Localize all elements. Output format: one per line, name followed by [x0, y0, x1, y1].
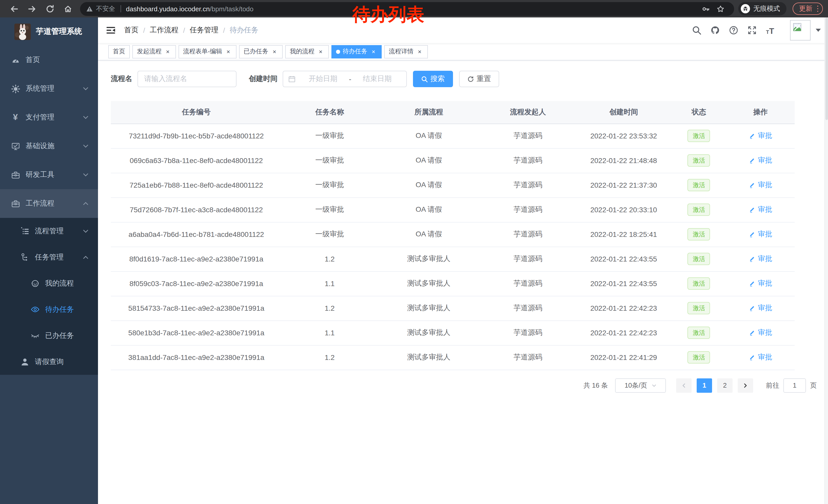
omnibox-divider	[120, 5, 121, 12]
tab-label: 发起流程	[137, 47, 162, 56]
reset-button[interactable]: 重置	[459, 71, 499, 87]
close-icon[interactable]: ×	[271, 48, 278, 55]
update-button[interactable]: 更新	[792, 3, 823, 15]
sidebar-item-task-mgmt[interactable]: 任务管理	[0, 244, 98, 270]
tab-process-detail[interactable]: 流程详情×	[384, 45, 428, 58]
sidebar-item-label: 基础设施	[26, 141, 54, 151]
approve-link[interactable]: 审批	[749, 303, 772, 313]
approve-link[interactable]: 审批	[749, 205, 772, 214]
bookmark-star-icon[interactable]	[716, 5, 724, 12]
password-key-icon[interactable]	[702, 5, 709, 12]
page-button-2[interactable]: 2	[717, 378, 733, 393]
status-badge: 激活	[688, 302, 710, 314]
sidebar-item-label: 首页	[26, 55, 40, 64]
sidebar-item-infra[interactable]: 基础设施	[0, 132, 98, 161]
forward-icon[interactable]	[28, 4, 36, 13]
tab-done-task[interactable]: 已办任务×	[239, 45, 283, 58]
cell-task-id: a6aba0a4-7b6d-11ec-b781-acde48001122	[111, 222, 282, 246]
table-row: 069c6a63-7b8a-11ec-8ef0-acde48001122一级审批…	[111, 148, 795, 173]
approve-link[interactable]: 审批	[749, 353, 772, 362]
search-button[interactable]: 搜索	[413, 71, 453, 87]
font-size-icon[interactable]: TT	[766, 26, 774, 35]
approve-link[interactable]: 审批	[749, 254, 772, 263]
range-separator: -	[347, 75, 353, 83]
hamburger-icon[interactable]	[98, 17, 124, 43]
sidebar-item-workflow[interactable]: 工作流程	[0, 189, 98, 218]
approve-link[interactable]: 审批	[749, 131, 772, 140]
dashboard-icon	[11, 55, 20, 64]
security-label[interactable]: 不安全	[96, 4, 115, 13]
date-range-input[interactable]: 开始日期 - 结束日期	[283, 71, 407, 87]
url-text[interactable]: dashboard.yudao.iocoder.cn/bpm/task/todo	[126, 5, 253, 12]
status-badge: 激活	[688, 277, 710, 290]
home-icon[interactable]	[64, 4, 72, 13]
fullscreen-icon[interactable]	[747, 26, 757, 35]
avatar[interactable]	[790, 20, 811, 41]
goto-page-input[interactable]	[783, 378, 806, 393]
sidebar-item-done-task[interactable]: 已办任务	[0, 322, 98, 349]
page-button-1[interactable]: 1	[697, 378, 712, 393]
approve-link[interactable]: 审批	[749, 180, 772, 189]
sidebar-item-home[interactable]: 首页	[0, 46, 98, 74]
close-icon[interactable]: ×	[416, 48, 423, 55]
next-page-button[interactable]	[738, 378, 753, 393]
edit-pen-icon	[749, 329, 758, 336]
close-icon[interactable]: ×	[370, 48, 377, 55]
status-badge: 激活	[688, 228, 710, 240]
reload-icon[interactable]	[46, 4, 54, 13]
cell-status: 激活	[671, 173, 726, 197]
tab-my-process[interactable]: 我的流程×	[285, 45, 329, 58]
search-icon[interactable]	[692, 26, 701, 35]
chevron-down-icon	[83, 114, 89, 121]
back-icon[interactable]	[10, 4, 18, 13]
process-name-input[interactable]: 请输入流程名	[137, 71, 237, 87]
approve-link[interactable]: 审批	[749, 229, 772, 239]
sidebar-item-my-process[interactable]: 我的流程	[0, 270, 98, 296]
approve-link[interactable]: 审批	[749, 328, 772, 337]
scrollbar[interactable]	[824, 17, 828, 504]
avatar-caret-icon[interactable]	[816, 29, 821, 32]
sidebar-item-todo-task[interactable]: 待办任务	[0, 296, 98, 322]
sidebar-item-payment[interactable]: ¥支付管理	[0, 103, 98, 132]
approve-label: 审批	[758, 328, 772, 337]
approve-link[interactable]: 审批	[749, 279, 772, 288]
cell-create-time: 2022-01-22 21:48:48	[576, 148, 671, 173]
breadcrumb-item[interactable]: 任务管理	[190, 26, 218, 35]
cell-task-name: 一级审批	[282, 173, 378, 197]
page-size-select[interactable]: 10条/页	[615, 378, 666, 393]
breadcrumb-item[interactable]: 首页	[124, 26, 138, 35]
column-header-action: 操作	[726, 101, 795, 124]
toolbox-icon	[11, 170, 20, 179]
tab-label: 首页	[113, 47, 125, 56]
tab-start-process[interactable]: 发起流程×	[132, 45, 176, 58]
cell-create-time: 2022-01-21 22:41:29	[576, 345, 671, 370]
approve-label: 审批	[758, 279, 772, 288]
eye-closed-icon	[30, 331, 40, 340]
breadcrumb-item[interactable]: 工作流程	[150, 26, 178, 35]
pagination: 共 16 条 10条/页 12 前往 页	[111, 378, 817, 393]
sidebar-item-system[interactable]: 系统管理	[0, 74, 98, 103]
close-icon[interactable]: ×	[225, 48, 232, 55]
status-badge: 激活	[688, 203, 710, 216]
app-logo[interactable]: 芋道管理系统	[0, 17, 98, 46]
column-header-process: 所属流程	[378, 101, 480, 124]
status-badge: 激活	[688, 179, 710, 191]
sidebar-item-process-mgmt[interactable]: 流程管理	[0, 218, 98, 244]
close-icon[interactable]: ×	[317, 48, 324, 55]
warning-icon	[86, 5, 93, 12]
browser-menu-icon[interactable]	[817, 6, 818, 12]
tab-form-edit[interactable]: 流程表单-编辑×	[178, 45, 237, 58]
github-icon[interactable]	[710, 26, 720, 35]
prev-page-button[interactable]	[676, 378, 692, 393]
sidebar-item-devtools[interactable]: 研发工具	[0, 161, 98, 189]
tab-home[interactable]: 首页	[108, 45, 130, 58]
help-icon[interactable]	[729, 26, 738, 35]
tab-todo-task[interactable]: 待办任务×	[331, 45, 382, 58]
approve-link[interactable]: 审批	[749, 155, 772, 165]
eye-open-icon	[30, 305, 40, 314]
breadcrumb: 首页/工作流程/任务管理/待办任务	[124, 26, 258, 35]
close-icon[interactable]: ×	[164, 48, 171, 55]
sidebar-item-leave-query[interactable]: 请假查询	[0, 349, 98, 375]
yen-icon: ¥	[11, 113, 20, 122]
cell-process: OA 请假	[378, 197, 480, 222]
